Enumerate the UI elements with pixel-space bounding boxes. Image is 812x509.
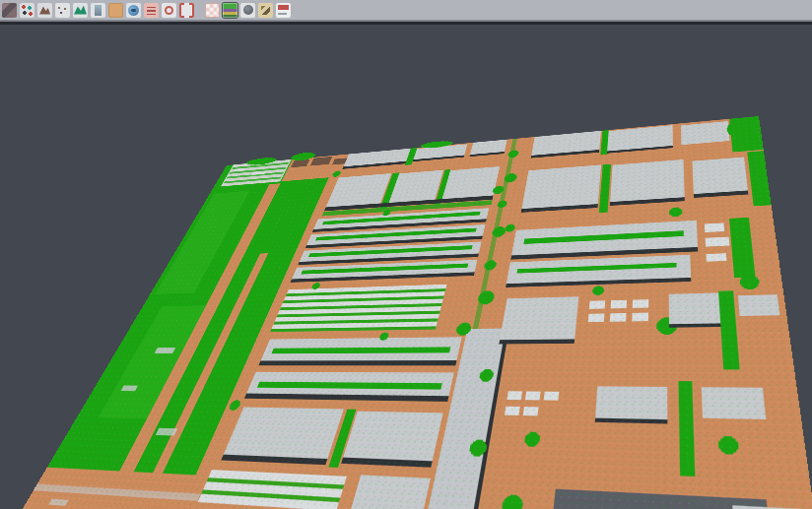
measure-tool-icon[interactable] [258,3,273,18]
toolbar-edge [0,21,812,25]
selection-tool-icon[interactable] [2,3,17,18]
grid-tiles-icon[interactable] [205,3,220,18]
application-window: { "toolbar": { "icons": [ {"name": "sele… [0,0,812,509]
building-layer-icon[interactable] [91,3,105,18]
classified-points-icon[interactable] [20,3,34,18]
target-circle-icon[interactable] [162,3,176,18]
orthoimage-icon[interactable] [108,3,123,18]
classification-colors-icon[interactable] [223,3,237,18]
viewport-3d[interactable] [0,25,812,509]
point-cloud-render [18,116,812,509]
globe-view-icon[interactable] [126,3,141,18]
point-cloud-icon[interactable] [55,3,70,18]
terrain-model-icon[interactable] [37,3,52,18]
camera-view-icon[interactable] [240,3,255,18]
section-view-icon[interactable] [276,3,291,18]
point-cloud-scene [18,116,812,509]
zoom-extents-icon[interactable] [179,3,194,18]
main-toolbar [0,0,812,21]
layer-list-icon[interactable] [144,3,159,18]
vegetation-layer-icon[interactable] [73,3,88,18]
